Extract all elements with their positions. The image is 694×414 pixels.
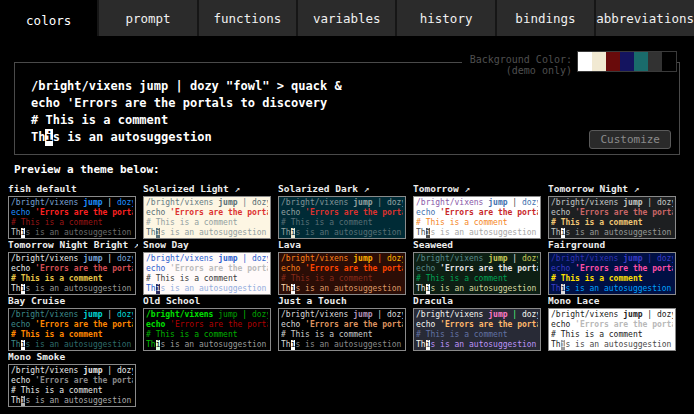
- text-segment: dozy: [522, 254, 538, 263]
- text-segment: |: [373, 198, 387, 207]
- terminal-line: echo 'Errors are the portals to discover…: [281, 208, 403, 218]
- terminal-line: /bright/vixens jump | dozy "fowl" > quac…: [11, 198, 133, 208]
- theme-preview-box[interactable]: /bright/vixens jump | dozy "fowl" > quac…: [548, 196, 676, 239]
- theme-title[interactable]: Tomorrow Night ↗: [548, 183, 678, 195]
- theme-card-tomorrow-night[interactable]: Tomorrow Night ↗/bright/vixens jump | do…: [548, 183, 678, 239]
- theme-card-fairground[interactable]: Fairground/bright/vixens jump | dozy "fo…: [548, 239, 678, 295]
- theme-preview-box[interactable]: /bright/vixens jump | dozy "fowl" > quac…: [278, 196, 406, 239]
- theme-title[interactable]: Dracula: [413, 295, 543, 307]
- theme-title[interactable]: fish default: [8, 183, 138, 195]
- theme-name: Old School: [143, 295, 200, 306]
- text-segment: echo: [551, 264, 575, 273]
- text-segment: |: [103, 198, 117, 207]
- external-link-icon[interactable]: ↗: [358, 183, 369, 194]
- theme-title[interactable]: Bay Cruise: [8, 295, 138, 307]
- external-link-icon[interactable]: ↗: [628, 183, 639, 194]
- tab-variables[interactable]: variables: [296, 0, 395, 36]
- theme-title[interactable]: Solarized Dark ↗: [278, 183, 408, 195]
- theme-card-bay-cruise[interactable]: Bay Cruise/bright/vixens jump | dozy "fo…: [8, 295, 138, 351]
- terminal-line: # This is a comment: [11, 274, 133, 284]
- theme-card-just-a-touch[interactable]: Just a Touch/bright/vixens jump | dozy "…: [278, 295, 408, 351]
- theme-title[interactable]: Tomorrow ↗: [413, 183, 543, 195]
- external-link-icon[interactable]: ↗: [229, 183, 240, 194]
- theme-preview-box[interactable]: /bright/vixens jump | dozy "fowl" > quac…: [143, 252, 271, 295]
- text-segment: echo: [416, 264, 440, 273]
- text-segment: # This is a comment: [281, 330, 373, 339]
- theme-title[interactable]: Seaweed: [413, 239, 543, 251]
- theme-card-dracula[interactable]: Dracula/bright/vixens jump | dozy "fowl"…: [413, 295, 543, 351]
- theme-title[interactable]: Fairground: [548, 239, 678, 251]
- theme-title[interactable]: Mono Smoke: [8, 351, 138, 363]
- text-segment: jump: [218, 198, 237, 207]
- theme-preview-box[interactable]: /bright/vixens jump | dozy "fowl" > quac…: [413, 308, 541, 351]
- tab-history[interactable]: history: [395, 0, 494, 36]
- theme-preview-box[interactable]: /bright/vixens jump | dozy "fowl" > quac…: [143, 308, 271, 351]
- theme-title[interactable]: Lava: [278, 239, 408, 251]
- background-swatch-1[interactable]: [592, 52, 606, 71]
- text-segment: dozy: [117, 310, 133, 319]
- background-swatch-5[interactable]: [648, 52, 662, 71]
- theme-preview-box[interactable]: /bright/vixens jump | dozy "fowl" > quac…: [143, 196, 271, 239]
- theme-preview-box[interactable]: /bright/vixens jump | dozy "fowl" > quac…: [278, 252, 406, 295]
- theme-preview-box[interactable]: /bright/vixens jump | dozy "fowl" > quac…: [8, 196, 136, 239]
- theme-card-lava[interactable]: Lava/bright/vixens jump | dozy "fowl" > …: [278, 239, 408, 295]
- theme-title[interactable]: Mono Lace: [548, 295, 678, 307]
- tab-prompt[interactable]: prompt: [97, 0, 196, 36]
- theme-title[interactable]: Old School: [143, 295, 273, 307]
- theme-card-old-school[interactable]: Old School/bright/vixens jump | dozy "fo…: [143, 295, 273, 351]
- tab-colors[interactable]: colors: [0, 0, 97, 40]
- text-segment: /bright/vixens: [551, 254, 623, 263]
- theme-preview-box[interactable]: /bright/vixens jump | dozy "fowl" > quac…: [413, 196, 541, 239]
- text-segment: /bright/vixens jump | dozy "fowl" > quac…: [31, 79, 342, 93]
- theme-title[interactable]: Just a Touch: [278, 295, 408, 307]
- theme-preview-box[interactable]: /bright/vixens jump | dozy "fowl" > quac…: [548, 308, 676, 351]
- terminal-line: /bright/vixens jump | dozy "fowl" > quac…: [551, 254, 673, 264]
- theme-preview-box[interactable]: /bright/vixens jump | dozy "fowl" > quac…: [8, 364, 136, 407]
- theme-title[interactable]: Snow Day: [143, 239, 273, 251]
- background-swatch-4[interactable]: [634, 52, 648, 71]
- theme-card-tomorrow[interactable]: Tomorrow ↗/bright/vixens jump | dozy "fo…: [413, 183, 543, 239]
- theme-preview-box[interactable]: /bright/vixens jump | dozy "fowl" > quac…: [413, 252, 541, 295]
- theme-card-solarized-light[interactable]: Solarized Light ↗/bright/vixens jump | d…: [143, 183, 273, 239]
- theme-card-solarized-dark[interactable]: Solarized Dark ↗/bright/vixens jump | do…: [278, 183, 408, 239]
- text-segment: jump: [83, 366, 102, 375]
- terminal-line: /bright/vixens jump | dozy "fowl" > quac…: [416, 198, 538, 208]
- theme-grid: fish default/bright/vixens jump | dozy "…: [8, 183, 688, 407]
- theme-preview-box[interactable]: /bright/vixens jump | dozy "fowl" > quac…: [278, 308, 406, 351]
- tab-functions[interactable]: functions: [197, 0, 296, 36]
- text-segment: echo: [11, 320, 35, 329]
- text-segment: 'Errors are the portals to discovery: [170, 264, 268, 273]
- theme-card-seaweed[interactable]: Seaweed/bright/vixens jump | dozy "fowl"…: [413, 239, 543, 295]
- background-swatch-6[interactable]: [662, 52, 676, 71]
- theme-card-snow-day[interactable]: Snow Day/bright/vixens jump | dozy "fowl…: [143, 239, 273, 295]
- terminal-line: /bright/vixens jump | dozy "fowl" > quac…: [31, 78, 342, 95]
- text-segment: 'Errors are the portals to discovery: [35, 376, 133, 385]
- theme-preview-box[interactable]: /bright/vixens jump | dozy "fowl" > quac…: [548, 252, 676, 295]
- external-link-icon[interactable]: ↗: [459, 183, 470, 194]
- theme-preview-box[interactable]: /bright/vixens jump | dozy "fowl" > quac…: [8, 252, 136, 295]
- text-segment: s is an autosuggestion: [25, 396, 131, 405]
- theme-title[interactable]: Tomorrow Night Bright ↗: [8, 239, 138, 251]
- theme-card-mono-smoke[interactable]: Mono Smoke/bright/vixens jump | dozy "fo…: [8, 351, 138, 407]
- theme-preview-box[interactable]: /bright/vixens jump | dozy "fowl" > quac…: [8, 308, 136, 351]
- background-color-label-line1: Background Color:: [470, 54, 572, 65]
- theme-title[interactable]: Solarized Light ↗: [143, 183, 273, 195]
- tab-bindings[interactable]: bindings: [495, 0, 594, 36]
- text-segment: echo: [281, 264, 305, 273]
- background-swatch-0[interactable]: [578, 52, 592, 71]
- background-swatch-2[interactable]: [606, 52, 620, 71]
- tab-abbreviations[interactable]: abbreviations: [594, 0, 694, 36]
- theme-card-mono-lace[interactable]: Mono Lace/bright/vixens jump | dozy "fow…: [548, 295, 678, 351]
- text-segment: 'Errors are the portals to discovery: [35, 208, 133, 217]
- text-segment: Th: [31, 130, 45, 144]
- text-segment: jump: [488, 198, 507, 207]
- text-segment: # This is a comment: [11, 386, 103, 395]
- text-segment: jump: [83, 198, 102, 207]
- customize-button[interactable]: Customize: [589, 130, 671, 149]
- theme-card-tomorrow-night-bright[interactable]: Tomorrow Night Bright ↗/bright/vixens ju…: [8, 239, 138, 295]
- terminal-line: # This is a comment: [281, 274, 403, 284]
- theme-name: Solarized Dark: [278, 183, 358, 194]
- external-link-icon[interactable]: ↗: [128, 239, 138, 250]
- background-swatch-3[interactable]: [620, 52, 634, 71]
- theme-card-fish-default[interactable]: fish default/bright/vixens jump | dozy "…: [8, 183, 138, 239]
